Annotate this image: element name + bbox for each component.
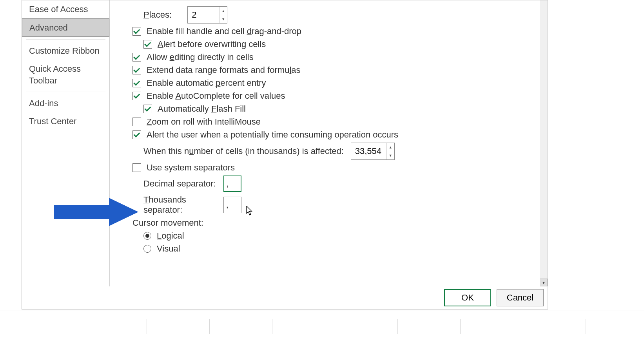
alert-time-label: Alert the user when a potentially time c… (147, 130, 398, 140)
alert-overwrite-row[interactable]: Alert before overwriting cells (122, 39, 536, 49)
alert-time-checkbox[interactable] (132, 130, 141, 139)
spreadsheet-grid-background (0, 311, 644, 334)
use-system-separators-checkbox[interactable] (132, 163, 141, 172)
logical-label: Logical (157, 231, 184, 241)
autocomplete-checkbox[interactable] (132, 92, 141, 100)
use-system-separators-label: Use system separators (147, 163, 235, 173)
options-content: Places: ▲ ▼ Enable fill handle and cell … (110, 0, 548, 286)
spinner-up-icon[interactable]: ▲ (387, 143, 394, 151)
divider (26, 39, 105, 40)
places-spinner[interactable]: ▲ ▼ (187, 6, 227, 24)
alert-overwrite-label: Alert before overwriting cells (158, 39, 266, 49)
places-label: Places: (143, 10, 172, 20)
cells-affected-spinner[interactable]: ▲ ▼ (351, 143, 395, 160)
alert-overwrite-checkbox[interactable] (143, 40, 152, 49)
zoom-intellimouse-label: Zoom on roll with IntelliMouse (147, 117, 261, 127)
fill-handle-label: Enable fill handle and cell drag-and-dro… (147, 26, 301, 36)
allow-editing-label: Allow editing directly in cells (147, 52, 254, 62)
spinner-down-icon[interactable]: ▼ (387, 151, 394, 159)
auto-percent-checkbox[interactable] (132, 79, 141, 87)
options-sidebar: Ease of Access Advanced Customize Ribbon… (22, 0, 110, 286)
zoom-intellimouse-row[interactable]: Zoom on roll with IntelliMouse (122, 117, 536, 127)
allow-editing-row[interactable]: Allow editing directly in cells (122, 52, 536, 62)
alert-time-row[interactable]: Alert the user when a potentially time c… (122, 130, 536, 140)
fill-handle-row[interactable]: Enable fill handle and cell drag-and-dro… (122, 26, 536, 36)
places-row: Places: ▲ ▼ (122, 6, 536, 24)
visual-radio[interactable] (143, 245, 151, 253)
cells-affected-input[interactable] (351, 143, 386, 159)
auto-percent-row[interactable]: Enable automatic percent entry (122, 78, 536, 88)
divider (26, 92, 105, 92)
visual-label: Visual (157, 244, 180, 254)
logical-radio[interactable] (143, 232, 151, 240)
vertical-scrollbar[interactable]: ▼ (540, 0, 548, 286)
options-dialog: Ease of Access Advanced Customize Ribbon… (22, 0, 548, 310)
flash-fill-label: Automatically Flash Fill (158, 104, 246, 114)
flash-fill-row[interactable]: Automatically Flash Fill (122, 104, 536, 114)
thousands-separator-row: Thousands separator: (122, 195, 536, 215)
cells-affected-row: When this number of cells (in thousands)… (122, 143, 536, 160)
thousands-separator-input[interactable] (223, 197, 241, 213)
auto-percent-label: Enable automatic percent entry (147, 78, 266, 88)
cursor-movement-label-row: Cursor movement: (122, 218, 536, 228)
places-input[interactable] (188, 7, 219, 23)
autocomplete-row[interactable]: Enable AutoComplete for cell values (122, 91, 536, 101)
zoom-intellimouse-checkbox[interactable] (132, 118, 141, 126)
visual-radio-row[interactable]: Visual (122, 244, 536, 254)
extend-range-checkbox[interactable] (132, 66, 141, 74)
sidebar-item-quick-access-toolbar[interactable]: Quick Access Toolbar (22, 60, 109, 89)
sidebar-item-add-ins[interactable]: Add-ins (22, 94, 109, 112)
decimal-separator-input[interactable] (223, 176, 241, 192)
scroll-down-icon[interactable]: ▼ (540, 279, 548, 286)
use-system-separators-row[interactable]: Use system separators (122, 163, 536, 173)
logical-radio-row[interactable]: Logical (122, 231, 536, 241)
dialog-footer: OK Cancel (22, 286, 548, 309)
decimal-separator-label: Decimal separator: (143, 179, 216, 189)
sidebar-item-ease-of-access[interactable]: Ease of Access (22, 0, 109, 18)
sidebar-item-advanced[interactable]: Advanced (22, 18, 109, 37)
cells-affected-label: When this number of cells (in thousands)… (143, 146, 344, 156)
extend-range-row[interactable]: Extend data range formats and formulas (122, 65, 536, 75)
spinner-down-icon[interactable]: ▼ (220, 15, 227, 23)
fill-handle-checkbox[interactable] (132, 27, 141, 36)
allow-editing-checkbox[interactable] (132, 53, 141, 62)
sidebar-item-trust-center[interactable]: Trust Center (22, 112, 109, 130)
cursor-movement-label: Cursor movement: (132, 218, 203, 228)
autocomplete-label: Enable AutoComplete for cell values (147, 91, 285, 101)
thousands-separator-label: Thousands separator: (143, 195, 216, 215)
flash-fill-checkbox[interactable] (143, 105, 152, 113)
cancel-button[interactable]: Cancel (497, 289, 544, 306)
sidebar-item-customize-ribbon[interactable]: Customize Ribbon (22, 42, 109, 60)
spinner-up-icon[interactable]: ▲ (220, 7, 227, 15)
ok-button[interactable]: OK (444, 289, 491, 306)
decimal-separator-row: Decimal separator: (122, 176, 536, 192)
extend-range-label: Extend data range formats and formulas (147, 65, 301, 75)
